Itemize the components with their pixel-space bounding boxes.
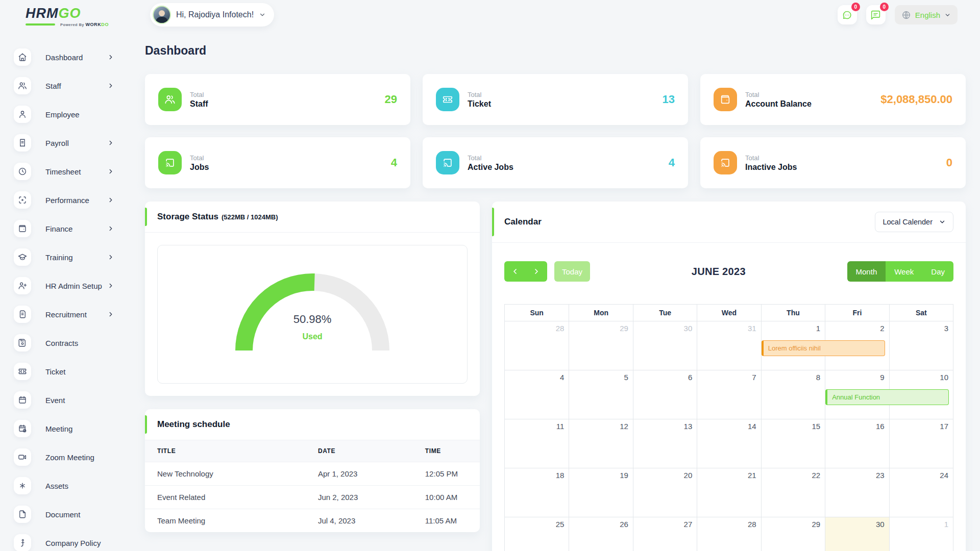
chat-bubble-icon <box>842 10 852 20</box>
person-icon <box>18 538 27 547</box>
notifications-button[interactable]: 0 <box>866 5 886 24</box>
sidebar-item-training[interactable]: Training <box>14 243 133 271</box>
calendar-day-cell[interactable]: 15 <box>761 419 825 468</box>
weekday-thu: Thu <box>761 305 825 321</box>
cast-icon <box>158 151 182 174</box>
calendar-day-cell[interactable]: 29 <box>761 517 825 551</box>
language-selector[interactable]: English <box>895 5 958 24</box>
save-icon <box>18 338 27 347</box>
calendar-day-cell[interactable]: 24 <box>889 468 953 517</box>
calendar-day-cell[interactable]: 31 <box>697 321 761 370</box>
sidebar-item-timesheet[interactable]: Timesheet <box>14 157 133 186</box>
calendar-day-cell[interactable]: 28 <box>697 517 761 551</box>
calendar-day-cell[interactable]: 5 <box>569 370 632 419</box>
calendar-event[interactable]: Annual Function <box>825 389 949 405</box>
calendar-day-cell[interactable]: 16 <box>825 419 889 468</box>
calendar-day-cell[interactable]: 12 <box>569 419 632 468</box>
calendar-day-cell[interactable]: 3 <box>889 321 953 370</box>
sidebar-item-dashboard[interactable]: Dashboard <box>14 43 133 71</box>
clock-icon <box>14 163 31 180</box>
calendar-view-day-button[interactable]: Day <box>922 261 953 282</box>
calendar-clock-icon <box>14 420 31 437</box>
calendar-day-cell[interactable]: 11 <box>505 419 569 468</box>
meeting-row: Event RelatedJun 2, 202310:00 AM <box>145 486 480 509</box>
stat-card-total-staff: TotalStaff29 <box>145 74 410 125</box>
calendar-view-week-button[interactable]: Week <box>886 261 922 282</box>
stat-label: Ticket <box>468 99 491 109</box>
sidebar-item-finance[interactable]: Finance <box>14 214 133 243</box>
sidebar-item-company-policy[interactable]: Company Policy <box>14 529 133 551</box>
stat-value: 0 <box>946 156 952 169</box>
calendar-day-cell[interactable]: 22 <box>761 468 825 517</box>
sidebar-item-ticket[interactable]: Ticket <box>14 357 133 386</box>
wallet-icon <box>18 224 27 233</box>
calendar-type-select[interactable]: Local Calender <box>875 212 953 232</box>
sidebar-item-event[interactable]: Event <box>14 386 133 414</box>
calendar-day-cell[interactable]: 28 <box>505 321 569 370</box>
cast-icon <box>164 157 176 168</box>
calendar-day-cell[interactable]: 25 <box>505 517 569 551</box>
calendar-week-row: 18192021222324 <box>505 468 953 517</box>
users-icon <box>158 88 182 111</box>
ticket-icon <box>436 88 459 111</box>
weekday-sat: Sat <box>889 305 953 321</box>
sidebar-item-payroll[interactable]: Payroll <box>14 129 133 157</box>
sidebar-item-performance[interactable]: Performance <box>14 186 133 214</box>
users-icon <box>14 77 31 94</box>
calendar-day-cell[interactable]: 26 <box>569 517 632 551</box>
calendar-day-cell[interactable]: 20 <box>633 468 697 517</box>
sidebar-item-label: Event <box>45 396 133 405</box>
calendar-day-cell[interactable]: 13 <box>633 419 697 468</box>
calendar-day-cell[interactable]: 18 <box>505 468 569 517</box>
sidebar-item-contracts[interactable]: Contracts <box>14 329 133 357</box>
ticket-icon <box>18 367 27 376</box>
wallet-icon <box>720 94 731 105</box>
sidebar-item-zoom-meeting[interactable]: Zoom Meeting <box>14 443 133 471</box>
graduation-cap-icon <box>18 253 27 262</box>
calendar-event[interactable]: Lorem officiis nihil <box>762 340 885 356</box>
resume-icon <box>14 306 31 323</box>
sidebar-item-hr-admin-setup[interactable]: HR Admin Setup <box>14 271 133 300</box>
stat-label: Account Balance <box>745 99 812 109</box>
calendar-day-cell[interactable]: 6 <box>633 370 697 419</box>
calendar-day-cell[interactable]: 27 <box>633 517 697 551</box>
calendar-day-cell[interactable]: 23 <box>825 468 889 517</box>
sidebar-item-meeting[interactable]: Meeting <box>14 414 133 443</box>
page-title: Dashboard <box>145 44 966 58</box>
sidebar-item-label: Document <box>45 510 133 519</box>
sidebar-item-recruitment[interactable]: Recruitment <box>14 300 133 329</box>
calendar-next-button[interactable] <box>526 261 547 282</box>
calendar-day-cell[interactable]: 7 <box>697 370 761 419</box>
calendar-day-cell[interactable]: 19 <box>569 468 632 517</box>
calendar-prev-button[interactable] <box>504 261 526 282</box>
calendar-today-button[interactable]: Today <box>554 261 590 282</box>
calendar-day-cell[interactable]: 30 <box>633 321 697 370</box>
stat-prefix: Total <box>745 91 812 98</box>
messages-button[interactable]: 0 <box>838 5 857 24</box>
calendar-day-cell[interactable]: 1 <box>889 517 953 551</box>
calendar-day-cell[interactable]: 17 <box>889 419 953 468</box>
user-menu[interactable]: Hi, Rajodiya Infotech! <box>150 3 274 27</box>
file-icon <box>18 510 27 519</box>
weekday-mon: Mon <box>569 305 632 321</box>
calendar-day-cell[interactable]: 8 <box>761 370 825 419</box>
sidebar-item-document[interactable]: Document <box>14 500 133 529</box>
meeting-time: 12:05 PM <box>413 462 480 486</box>
sidebar-item-staff[interactable]: Staff <box>14 71 133 100</box>
cast-icon <box>714 151 737 174</box>
calendar-day-cell[interactable]: 14 <box>697 419 761 468</box>
sidebar-item-employee[interactable]: Employee <box>14 100 133 129</box>
stat-card-total-jobs: TotalJobs4 <box>145 137 410 188</box>
calendar-day-cell[interactable]: 30 <box>825 517 889 551</box>
calendar-view-month-button[interactable]: Month <box>847 261 886 282</box>
calendar-day-cell[interactable]: 21 <box>697 468 761 517</box>
globe-icon <box>901 10 911 20</box>
meeting-title: Event Related <box>145 486 306 509</box>
meeting-time: 10:00 AM <box>413 486 480 509</box>
chevron-right-icon <box>107 54 114 61</box>
app-logo[interactable]: HRMGO Powered By WORKDO <box>0 3 133 27</box>
calendar-day-cell[interactable]: 4 <box>505 370 569 419</box>
sidebar-item-assets[interactable]: Assets <box>14 471 133 500</box>
calendar-day-cell[interactable]: 29 <box>569 321 632 370</box>
sidebar-item-label: Payroll <box>45 139 107 147</box>
